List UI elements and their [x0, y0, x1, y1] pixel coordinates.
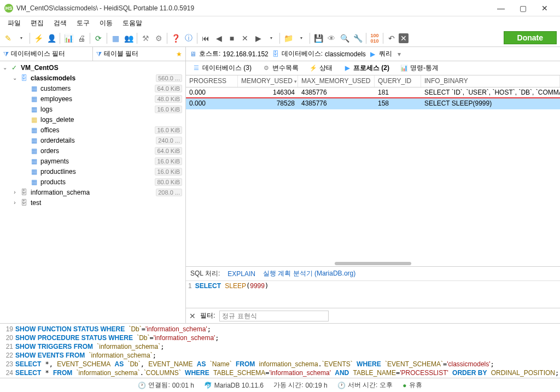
- filter-input[interactable]: [219, 311, 329, 321]
- search-icon[interactable]: 🔍: [339, 32, 351, 44]
- table-filter[interactable]: ⧩ 테이블 필터 ★: [93, 47, 186, 61]
- grid-row-selected[interactable]: 0.000 78528 4385776 158 SELECT SLEEP(999…: [186, 98, 560, 109]
- undo-icon[interactable]: ↶: [386, 32, 398, 44]
- tree-test[interactable]: ›🗄test: [0, 197, 185, 208]
- status-value: 00:01 h: [172, 382, 194, 389]
- col-max-memory-used[interactable]: MAX_MEMORY_USED: [298, 75, 375, 87]
- user-icon[interactable]: 👤: [45, 32, 57, 44]
- object-tree[interactable]: ⌄ ✓ VM_CentOS ⌄ 🗄 classicmodels 560.0 ..…: [0, 61, 186, 323]
- tree-table-employees[interactable]: ▦employees48.0 KiB: [0, 93, 185, 104]
- save-icon[interactable]: 💾: [312, 32, 324, 44]
- database-icon: 🗄: [272, 50, 279, 58]
- connect-icon[interactable]: ⚡: [32, 32, 44, 44]
- tree-table-orders[interactable]: ▦orders64.0 KiB: [0, 145, 185, 156]
- col-info-binary[interactable]: INFO_BINARY: [421, 75, 560, 87]
- tab-label: 데이터베이스 (3): [202, 63, 252, 73]
- prev-icon[interactable]: ◀: [213, 32, 225, 44]
- tree-database[interactable]: ⌄ 🗄 classicmodels 560.0 ...: [0, 73, 185, 83]
- dropdown2-icon[interactable]: ▾: [265, 32, 277, 44]
- maximize-button[interactable]: ▢: [512, 1, 534, 16]
- grid-row[interactable]: 0.000 146304 4385776 181 SELECT `ID`, `U…: [186, 87, 560, 98]
- folder-icon[interactable]: 📁: [282, 32, 294, 44]
- sql-editor[interactable]: 1SELECT SLEEP(9999): [186, 280, 560, 308]
- tree-table-payments[interactable]: ▦payments16.0 KiB: [0, 156, 185, 166]
- col-query-id[interactable]: QUERY_ID: [375, 75, 421, 87]
- schema-label: information_schema: [31, 189, 156, 196]
- horizontal-scrollbar[interactable]: [335, 262, 411, 265]
- col-progress[interactable]: PROGRESS: [186, 75, 238, 87]
- minimize-button[interactable]: —: [490, 1, 512, 16]
- users-icon[interactable]: 👥: [122, 32, 135, 44]
- db-filter[interactable]: ⧩ 데이터베이스 필터: [0, 47, 93, 61]
- star-icon: ★: [176, 50, 182, 58]
- donate-button[interactable]: Donate: [504, 31, 557, 44]
- clear-filter-icon[interactable]: ✕: [189, 312, 196, 320]
- tree-table-orderdetails[interactable]: ▦orderdetails240.0 ...: [0, 135, 185, 145]
- menu-search[interactable]: 검색: [49, 17, 71, 30]
- table-label: products: [40, 178, 155, 186]
- crumb-database[interactable]: 🗄 데이터베이스: classicmodels: [272, 49, 366, 58]
- stop-icon[interactable]: ■: [226, 32, 238, 44]
- grid-body[interactable]: 0.000 146304 4385776 181 SELECT `ID`, `U…: [186, 87, 560, 259]
- sql-log[interactable]: 19SHOW FUNCTION STATUS WHERE `Db`='infor…: [0, 323, 560, 378]
- clock-icon: 🕐: [138, 382, 146, 389]
- schema-label: test: [31, 199, 182, 207]
- tab-status[interactable]: ⚡상태: [305, 62, 337, 74]
- menu-tools[interactable]: 도구: [72, 17, 94, 30]
- help-icon[interactable]: ❓: [170, 32, 182, 44]
- dropdown-icon[interactable]: ▾: [15, 32, 27, 44]
- tree-table-logs[interactable]: ▦logs16.0 KiB: [0, 104, 185, 114]
- close-button[interactable]: ✕: [534, 1, 556, 16]
- export-icon[interactable]: 📊: [62, 32, 74, 44]
- tab-label: 상태: [319, 63, 332, 73]
- tab-process[interactable]: ▶프로세스 (2): [339, 62, 394, 74]
- delete-icon[interactable]: ✕: [399, 33, 409, 43]
- menu-help[interactable]: 도움말: [118, 17, 147, 30]
- tree-table-logs-delete[interactable]: ▦logs_delete: [0, 114, 185, 125]
- connection-label: VM_CentOS: [21, 64, 182, 72]
- table-size: 48.0 KiB: [155, 95, 182, 103]
- analyze-link[interactable]: 실행 계획 분석기 (MariaDB.org): [263, 269, 355, 278]
- cell-memory-used: 146304: [238, 87, 298, 97]
- tree-table-customers[interactable]: ▦customers64.0 KiB: [0, 83, 185, 93]
- tools-icon[interactable]: 🔧: [352, 32, 364, 44]
- cancel-icon[interactable]: ✕: [239, 32, 251, 44]
- first-icon[interactable]: ⏮: [200, 32, 212, 44]
- menu-edit[interactable]: 편집: [26, 17, 48, 30]
- tab-stats[interactable]: 📊명령-통계: [396, 62, 443, 74]
- tables-icon[interactable]: ▦: [109, 32, 121, 44]
- find-icon[interactable]: 👁: [325, 32, 337, 44]
- gear-icon: ⚙: [262, 65, 270, 72]
- chevron-down-icon[interactable]: ⌄: [10, 75, 20, 81]
- db-filter-label: 데이터베이스 필터: [11, 49, 65, 58]
- tab-variables[interactable]: ⚙변수목록: [258, 62, 303, 74]
- table-icon: ▦: [30, 168, 38, 175]
- table-label: employees: [40, 95, 155, 103]
- tree-information-schema[interactable]: ›🗄information_schema208.0 ...: [0, 187, 185, 197]
- tree-connection[interactable]: ⌄ ✓ VM_CentOS: [0, 62, 185, 73]
- menu-file[interactable]: 파일: [3, 17, 25, 30]
- tab-database[interactable]: ☰데이터베이스 (3): [188, 62, 256, 74]
- col-memory-used[interactable]: MEMORY_USED▾: [238, 75, 298, 87]
- explain-link[interactable]: EXPLAIN: [228, 270, 255, 278]
- tabs: ☰데이터베이스 (3) ⚙변수목록 ⚡상태 ▶프로세스 (2) 📊명령-통계: [186, 61, 560, 75]
- menu-go[interactable]: 이동: [95, 17, 117, 30]
- dropdown3-icon[interactable]: ▾: [295, 32, 307, 44]
- crumb-query[interactable]: ▶ 쿼리 ▾: [369, 49, 401, 58]
- crumb-host[interactable]: 🖥 호스트: 192.168.91.152: [189, 49, 269, 58]
- chevron-down-icon[interactable]: ⌄: [0, 65, 10, 71]
- refresh-icon[interactable]: ⟳: [92, 32, 104, 44]
- info-icon[interactable]: ⓘ: [183, 32, 195, 44]
- process-grid[interactable]: PROGRESS MEMORY_USED▾ MAX_MEMORY_USED QU…: [186, 75, 560, 266]
- tree-table-productlines[interactable]: ▦productlines16.0 KiB: [0, 166, 185, 177]
- binary-icon[interactable]: 100010: [369, 32, 381, 44]
- play-icon[interactable]: ▶: [252, 32, 264, 44]
- print-icon[interactable]: 🖨: [75, 32, 88, 44]
- tool2-icon[interactable]: ⚙: [153, 32, 165, 44]
- pencil-icon[interactable]: ✎: [2, 32, 14, 44]
- chevron-right-icon[interactable]: ›: [10, 189, 20, 195]
- chevron-right-icon[interactable]: ›: [10, 200, 20, 206]
- tool1-icon[interactable]: ⚒: [139, 32, 151, 44]
- tree-table-offices[interactable]: ▦offices16.0 KiB: [0, 125, 185, 135]
- tree-table-products[interactable]: ▦products80.0 KiB: [0, 177, 185, 187]
